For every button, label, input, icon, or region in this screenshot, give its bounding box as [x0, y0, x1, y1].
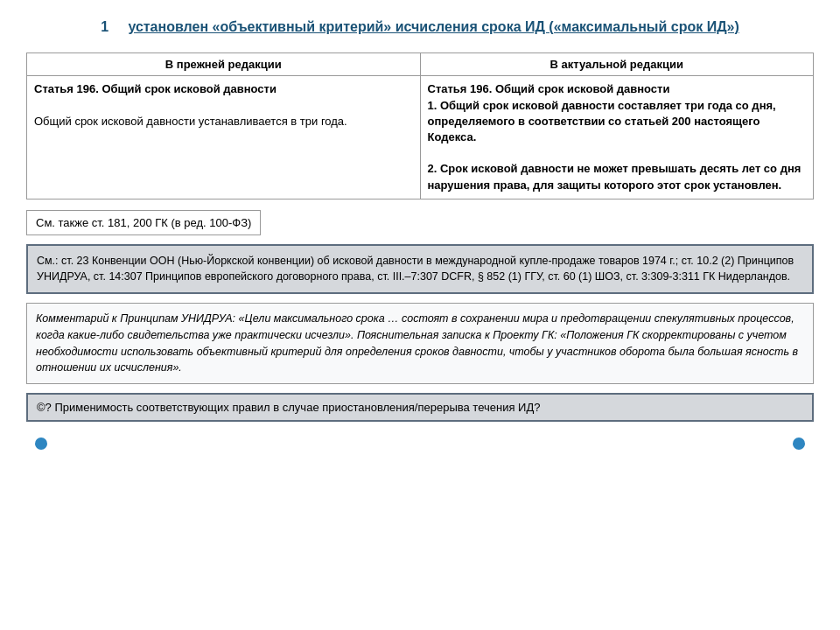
- cell-new-point2: 2. Срок исковой давности не может превыш…: [428, 162, 802, 191]
- footer: [26, 430, 814, 450]
- question-text: ©? Применимость соответствующих правил в…: [37, 401, 540, 414]
- table-header-old: В прежней редакции: [27, 53, 421, 76]
- note-light-box: Комментарий к Принципам УНИДРУА: «Цели м…: [26, 303, 814, 384]
- dot-right: [793, 438, 805, 450]
- question-box: ©? Применимость соответствующих правил в…: [26, 393, 814, 422]
- dot-left: [35, 438, 47, 450]
- note-light-text: Комментарий к Принципам УНИДРУА: «Цели м…: [36, 312, 798, 374]
- table-cell-old: Статья 196. Общий срок исковой давности …: [27, 76, 421, 199]
- table-cell-new: Статья 196. Общий срок исковой давности …: [420, 76, 814, 199]
- page-title: 1 установлен «объективный критерий» исчи…: [26, 18, 814, 37]
- cell-new-heading: Статья 196. Общий срок исковой давности: [428, 82, 670, 95]
- note-dark-box: См.: ст. 23 Конвенции ООН (Нью-Йоркской …: [26, 244, 814, 295]
- ref-text: См. также ст. 181, 200 ГК (в ред. 100-ФЗ…: [26, 210, 261, 235]
- cell-old-body: Общий срок исковой давности устанавливае…: [34, 115, 347, 128]
- ref-box: См. также ст. 181, 200 ГК (в ред. 100-ФЗ…: [26, 208, 814, 235]
- cell-old-heading: Статья 196. Общий срок исковой давности: [34, 82, 276, 95]
- note-dark-text: См.: ст. 23 Конвенции ООН (Нью-Йоркской …: [37, 255, 794, 284]
- table-header-new: В актуальной редакции: [420, 53, 814, 76]
- cell-new-point1: 1. Общий срок исковой давности составляе…: [428, 99, 776, 144]
- comparison-table: В прежней редакции В актуальной редакции…: [26, 52, 814, 199]
- title-number: 1: [101, 19, 108, 34]
- title-link[interactable]: установлен «объективный критерий» исчисл…: [128, 19, 738, 34]
- table-row: Статья 196. Общий срок исковой давности …: [27, 76, 814, 199]
